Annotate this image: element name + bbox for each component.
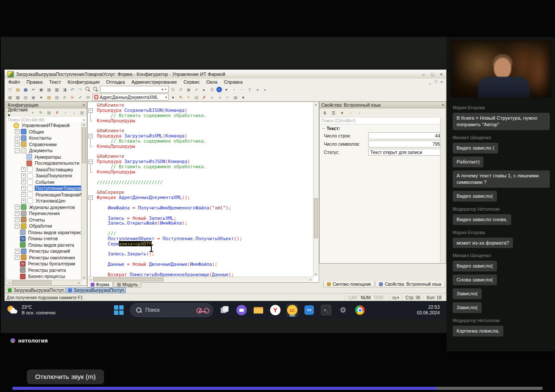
property-value[interactable]: 44 xyxy=(368,132,442,139)
configuration-panel-close-icon[interactable]: × xyxy=(83,103,85,107)
scroll-down-icon[interactable]: ▼ xyxy=(313,272,318,277)
redo-icon[interactable]: ↷ xyxy=(77,86,84,93)
menu-7[interactable]: Окна xyxy=(206,79,218,85)
keyboard-language[interactable]: ru▾ xyxy=(389,295,402,300)
categories-icon[interactable]: ☰ xyxy=(330,110,337,116)
clear-search-icon[interactable]: × xyxy=(83,118,85,122)
tree-item-10[interactable]: +ПоступлениеТоваровИУсл xyxy=(7,185,82,192)
uncomment-icon[interactable]: /× xyxy=(69,94,76,101)
quick-search-combo[interactable]: ▾× xyxy=(100,86,169,93)
paste-icon[interactable]: ▧ xyxy=(46,86,52,93)
window-tab-1[interactable]: ЗагрузкаВыгрузкаПоступ... xyxy=(66,287,126,293)
restore-button[interactable]: □ xyxy=(431,72,434,77)
tree-item-2[interactable]: +Константы xyxy=(7,135,82,141)
tree-item-21[interactable]: +Регистры накопления xyxy=(7,255,82,261)
format-icon[interactable]: ¶ xyxy=(246,86,253,93)
menu-2[interactable]: Текст xyxy=(49,79,61,85)
tree-item-23[interactable]: Регистры расчета xyxy=(7,267,82,274)
form-tool-icon[interactable]: ▦ xyxy=(7,94,13,101)
sheet-icon[interactable]: ▤ xyxy=(193,94,200,101)
properties-search-input[interactable]: Поиск (Ctrl+Alt+I) × xyxy=(320,118,446,124)
combo-caret-icon[interactable]: ▾ xyxy=(165,95,167,99)
expand-icon[interactable]: + xyxy=(15,142,20,147)
tree-item-20[interactable]: +Регистры сведений xyxy=(7,248,82,255)
scroll-up-icon[interactable]: ▲ xyxy=(82,122,86,127)
group-collapse-icon[interactable]: + xyxy=(231,86,238,93)
tree-item-13[interactable]: +Журналы документов xyxy=(7,204,82,211)
expand-icon[interactable]: + xyxy=(15,205,20,209)
copy-icon[interactable]: ▣ xyxy=(38,86,45,93)
undo-icon[interactable]: ↶ xyxy=(69,86,76,93)
combo-caret-icon[interactable]: ▾ xyxy=(162,88,163,91)
grid-alt-icon[interactable]: ▦ xyxy=(232,94,239,101)
move-down-icon[interactable]: ↓ xyxy=(70,109,77,116)
menu-0[interactable]: Файл xyxy=(8,79,20,85)
editor-vertical-scrollbar[interactable]: ▲ ▼ xyxy=(313,102,318,277)
breakpoint2-icon[interactable]: ● xyxy=(216,94,223,101)
expand-icon[interactable]: − xyxy=(15,148,20,153)
open-file-icon[interactable]: ▤ xyxy=(14,86,21,93)
clear-filter-icon[interactable]: × xyxy=(347,110,354,116)
scroll-down-icon[interactable]: ▼ xyxy=(82,276,86,280)
grid-tool-icon[interactable]: ▣ xyxy=(30,94,37,101)
mdi-minimize-button[interactable]: _ xyxy=(429,80,431,84)
tree-horizontal-scrollbar[interactable]: ◂ ▸ xyxy=(7,280,82,285)
property-value[interactable]: 795 xyxy=(368,140,442,147)
tree-item-7[interactable]: +ЗаказПоставщику xyxy=(7,167,82,173)
save-icon[interactable]: ▦ xyxy=(22,86,29,93)
editor-horizontal-scrollbar[interactable]: ◂ ▸ xyxy=(88,277,313,282)
tree-item-8[interactable]: +ЗаказПокупателя xyxy=(7,173,82,179)
taskbar-clock[interactable]: 22:53 03.06.2024 xyxy=(417,304,440,316)
collapse-section-icon[interactable]: − xyxy=(322,126,325,131)
tree-item-12[interactable]: +УстановкаЦен xyxy=(7,198,82,204)
menu-5[interactable]: Администрирование xyxy=(131,79,177,85)
sort-icon[interactable]: ▥ xyxy=(78,109,85,116)
scroll-left-icon[interactable]: ◂ xyxy=(88,277,93,281)
print-icon[interactable]: ▥ xyxy=(53,86,60,93)
delete-icon[interactable]: ✗ xyxy=(54,109,61,116)
property-value[interactable]: Текст открыт для записи xyxy=(368,149,442,156)
tree-item-15[interactable]: +Отчеты xyxy=(7,217,82,223)
info-icon[interactable]: i xyxy=(216,87,222,92)
menu-6[interactable]: Сервис xyxy=(183,79,200,85)
copy-item-icon[interactable]: ▤ xyxy=(46,109,52,116)
taskbar-search-input[interactable]: Поиск xyxy=(130,303,213,317)
start-button[interactable] xyxy=(114,305,124,315)
expand-icon[interactable]: + xyxy=(21,167,26,172)
video-progress-bar[interactable] xyxy=(13,387,542,390)
delete-sheet-icon[interactable]: ✗ xyxy=(201,94,208,101)
filter-icon[interactable]: ▼ xyxy=(339,110,346,116)
dock-tab-0[interactable]: Синтакс-помощник xyxy=(323,281,374,287)
run-icon[interactable]: ▸ xyxy=(201,86,208,93)
expand-icon[interactable]: + xyxy=(21,173,26,178)
menu-8[interactable]: Справка xyxy=(224,79,242,85)
weather-widget[interactable]: 23°C В осн. солнечно xyxy=(7,304,98,316)
mdi-restore-button[interactable]: □ xyxy=(434,80,437,84)
cut-alt-icon[interactable]: ✂ xyxy=(224,94,231,101)
edit-handler-icon[interactable]: ✎ xyxy=(185,94,192,101)
more2-icon[interactable]: ▾ xyxy=(240,94,247,101)
new-file-icon[interactable]: □ xyxy=(7,86,13,93)
comment-icon[interactable]: // xyxy=(61,94,68,101)
properties-panel-close-icon[interactable]: × xyxy=(442,103,444,107)
expand-icon[interactable]: + xyxy=(15,217,20,222)
move-up-icon[interactable]: ↑ xyxy=(62,109,69,116)
terminal-icon[interactable]: >_ xyxy=(320,304,332,317)
syntax-check-icon[interactable]: ✓ xyxy=(193,86,200,93)
expand-icon[interactable]: + xyxy=(15,136,20,140)
editor-tab-Форма[interactable]: Форма xyxy=(87,282,113,287)
tree-item-18[interactable]: ТтПланы счетов xyxy=(7,235,82,242)
sort-az-icon[interactable]: ⇅ xyxy=(321,110,328,116)
file-explorer-icon[interactable] xyxy=(252,304,264,317)
tree-item-19[interactable]: Планы видов расчета xyxy=(7,242,82,248)
expand-icon[interactable]: + xyxy=(21,199,26,203)
bookmark-icon[interactable]: ● xyxy=(254,86,261,93)
dock-tab-1[interactable]: Свойства: Встроенный язык xyxy=(375,281,445,287)
info-caret-icon[interactable]: ▾ xyxy=(223,86,230,93)
code-editor[interactable]: &НаКлиенте Процедура СохранитьВJSON(Кома… xyxy=(87,101,319,283)
tree-item-1[interactable]: +Общие xyxy=(7,129,82,135)
yandex-browser-icon[interactable]: Y xyxy=(269,304,281,317)
tree-item-22[interactable]: ТтРегистры бухгалтерии xyxy=(7,261,82,267)
1c-enterprise-icon[interactable]: 1С xyxy=(286,304,298,317)
expand-icon[interactable]: + xyxy=(21,186,26,191)
